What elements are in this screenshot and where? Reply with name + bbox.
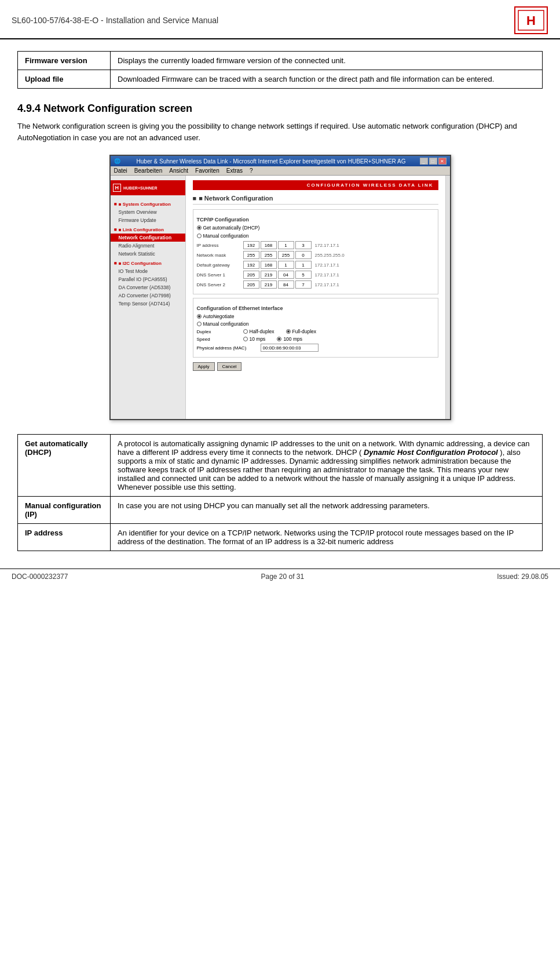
dhcp-option-row[interactable]: Get automatically (DHCP)	[197, 225, 434, 231]
sidebar-item-temp-sensor[interactable]: Temp Sensor (AD7414)	[111, 300, 185, 308]
dhcp-radio-button[interactable]	[197, 225, 202, 230]
description-table: Get automatically (DHCP) A protocol is a…	[17, 434, 543, 551]
dhcp-label: Get automatically (DHCP)	[203, 225, 260, 231]
row-value: A protocol is automatically assigning dy…	[111, 435, 543, 497]
gateway-inputs[interactable]	[243, 261, 312, 269]
dns1-row: DNS Server 1 172.17.17.1	[197, 271, 434, 279]
menu-help[interactable]: ?	[250, 167, 253, 174]
netmask-octet-3[interactable]	[278, 251, 294, 259]
gateway-octet-4[interactable]	[295, 261, 312, 269]
manual-option-row[interactable]: Manual configuration	[197, 233, 434, 239]
section-icon: ■	[114, 227, 117, 232]
tcpip-config-section: TCP/IP Configuration Get automatically (…	[193, 209, 438, 294]
dhcp-italic: Dynamic Host Configuration Protocol	[364, 448, 498, 457]
netmask-octet-2[interactable]	[261, 251, 277, 259]
ip-address-row: IP address 172.17.17.1	[197, 241, 434, 249]
ethernet-config-section: Configuration of Ethernet Interface Auto…	[193, 298, 438, 358]
autonegotiate-radio-button[interactable]	[197, 314, 202, 319]
netmask-octet-1[interactable]	[243, 251, 259, 259]
sidebar-item-system-overview[interactable]: System Overview	[111, 208, 185, 216]
speed-100-button[interactable]	[277, 337, 281, 341]
speed-10-button[interactable]	[243, 337, 248, 341]
page-footer: DOC-0000232377 Page 20 of 31 Issued: 29.…	[0, 569, 560, 584]
svg-text:H: H	[526, 13, 536, 28]
close-button[interactable]: ✕	[438, 158, 446, 165]
dns2-octet-2[interactable]	[261, 280, 277, 289]
ip-octet-4[interactable]	[295, 241, 312, 249]
speed-10-radio[interactable]: 10 mps	[243, 336, 266, 342]
firmware-info-table: Firmware version Displays the currently …	[17, 51, 543, 89]
apply-button[interactable]: Apply	[193, 362, 215, 371]
app-body: H HUBER+SUHNER ■ ■ System Configuration …	[111, 176, 450, 419]
dns1-octet-4[interactable]	[295, 271, 312, 279]
gateway-row: Default gateway 172.17.17.1	[197, 261, 434, 269]
gateway-octet-2[interactable]	[261, 261, 277, 269]
section-heading: 4.9.4 Network Configuration screen	[17, 103, 543, 115]
menu-bearbeiten[interactable]: Bearbeiten	[134, 167, 162, 174]
full-duplex-button[interactable]	[286, 329, 291, 334]
browser-title: Huber & Suhner Wireless Data Link - Micr…	[123, 158, 420, 165]
window-controls[interactable]: _ □ ✕	[420, 158, 446, 165]
gateway-octet-3[interactable]	[278, 261, 294, 269]
gateway-octet-1[interactable]	[243, 261, 259, 269]
ip-address-inputs[interactable]	[243, 241, 312, 249]
dns2-label: DNS Server 2	[197, 282, 243, 287]
manual-eth-radio[interactable]: Manual configuration	[197, 321, 249, 327]
sidebar-item-ad-converter[interactable]: AD Converter (AD7998)	[111, 291, 185, 300]
menu-datei[interactable]: Datei	[114, 167, 127, 174]
footer-page-number: Page 20 of 31	[261, 573, 304, 581]
half-duplex-radio[interactable]: Half-duplex	[243, 329, 274, 334]
mac-row: Physical address (MAC)	[197, 344, 434, 352]
full-duplex-radio[interactable]: Full-duplex	[286, 329, 317, 334]
dns1-octet-2[interactable]	[261, 271, 277, 279]
speed-row: Speed 10 mps 100 mps	[197, 336, 434, 342]
netmask-inputs[interactable]	[243, 251, 312, 259]
sidebar-item-parallel-io[interactable]: Parallel IO (PCA9555)	[111, 275, 185, 283]
footer-issued-date: Issued: 29.08.05	[497, 573, 548, 581]
ip-octet-2[interactable]	[261, 241, 277, 249]
cancel-button[interactable]: Cancel	[217, 362, 242, 371]
ip-octet-1[interactable]	[243, 241, 259, 249]
sidebar-item-da-converter[interactable]: DA Converter (AD5338)	[111, 283, 185, 291]
sidebar-item-radio-alignment[interactable]: Radio Alignment	[111, 242, 185, 250]
duplex-label: Duplex	[197, 329, 237, 334]
row-label: Manual configuration (IP)	[18, 497, 111, 524]
sidebar-item-network-statistic[interactable]: Network Statistic	[111, 250, 185, 258]
sidebar-item-firmware-update[interactable]: Firmware Update	[111, 216, 185, 224]
netmask-octet-4[interactable]	[295, 251, 312, 259]
app-banner: CONFIGURATION WIRELESS DATA LINK	[193, 180, 438, 190]
section-icon: ■	[114, 201, 117, 207]
mac-input[interactable]	[261, 344, 319, 352]
sidebar-item-io-test[interactable]: IO Test Mode	[111, 267, 185, 275]
section-intro: The Network configuration screen is givi…	[17, 121, 543, 143]
half-duplex-button[interactable]	[243, 329, 248, 334]
dns1-octet-3[interactable]	[278, 271, 294, 279]
dns2-inputs[interactable]	[243, 280, 312, 289]
menu-ansicht[interactable]: Ansicht	[169, 167, 188, 174]
dhcp-radio[interactable]: Get automatically (DHCP)	[197, 225, 260, 231]
manual-radio-button[interactable]	[197, 234, 202, 238]
netmask-full-display: 255.255.255.0	[315, 253, 345, 258]
speed-100-radio[interactable]: 100 mps	[277, 336, 302, 342]
scrollbar[interactable]	[445, 176, 450, 419]
autonegotiate-radio[interactable]: AutoNegotiate	[197, 314, 235, 319]
maximize-button[interactable]: □	[429, 158, 437, 165]
manual-eth-radio-button[interactable]	[197, 322, 202, 326]
screenshot-container: 🌐 Huber & Suhner Wireless Data Link - Mi…	[17, 155, 543, 420]
row-value: Displays the currently loaded firmware v…	[111, 52, 543, 70]
menu-favoriten[interactable]: Favoriten	[195, 167, 219, 174]
minimize-button[interactable]: _	[420, 158, 428, 165]
manual-eth-row[interactable]: Manual configuration	[197, 321, 434, 327]
manual-radio[interactable]: Manual configuration	[197, 233, 249, 239]
table-row: Get automatically (DHCP) A protocol is a…	[18, 435, 543, 497]
dns2-octet-3[interactable]	[278, 280, 294, 289]
dns1-octet-1[interactable]	[243, 271, 259, 279]
ip-octet-3[interactable]	[278, 241, 294, 249]
page-content: Firmware version Displays the currently …	[0, 39, 560, 563]
dns2-octet-1[interactable]	[243, 280, 259, 289]
dns1-inputs[interactable]	[243, 271, 312, 279]
autonegotiate-row[interactable]: AutoNegotiate	[197, 314, 434, 319]
menu-extras[interactable]: Extras	[226, 167, 243, 174]
dns2-octet-4[interactable]	[295, 280, 312, 289]
sidebar-item-network-config[interactable]: Network Configuration	[111, 234, 185, 242]
